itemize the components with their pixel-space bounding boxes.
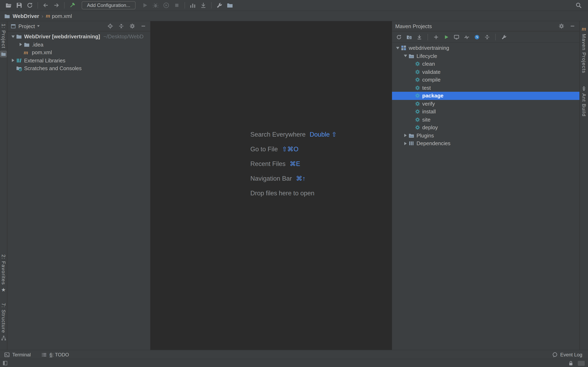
star-icon: ★ [1, 287, 6, 292]
analyze-button-1[interactable] [187, 1, 198, 10]
goal-gear-icon [415, 77, 420, 83]
build-hammer-icon [69, 2, 76, 8]
forward-button[interactable] [51, 1, 62, 10]
back-button[interactable] [40, 1, 51, 10]
breadcrumb-project[interactable]: WebDriver [13, 13, 39, 19]
toolbar-separator [38, 2, 38, 8]
expand-toggle[interactable] [17, 43, 24, 46]
maven-profiles-icon[interactable] [464, 34, 470, 40]
tree-row-plugins[interactable]: Plugins [392, 132, 579, 140]
synchronize-button[interactable] [25, 1, 35, 10]
tool-button-favorites[interactable]: 2: Favorites ★ [1, 255, 6, 292]
project-settings-button[interactable] [214, 1, 225, 10]
lock-icon[interactable] [568, 360, 574, 366]
tool-button-project[interactable]: 1: Project [0, 24, 7, 57]
project-tool-icon-wrap [0, 50, 7, 57]
hint-shortcut: ⌘↑ [296, 175, 306, 182]
run-maven-build-icon[interactable] [443, 34, 449, 40]
toolbar-separator [185, 2, 185, 8]
build-project-button[interactable] [67, 1, 78, 10]
expand-toggle[interactable] [402, 55, 408, 57]
collapse-all-icon[interactable] [484, 34, 490, 40]
hint-label: Recent Files [250, 160, 285, 167]
tree-row-webdriver[interactable]: WebDriver [webdrivertraining] ~/Desktop/… [7, 33, 150, 41]
expand-toggle[interactable] [10, 35, 16, 38]
run-button[interactable] [140, 1, 150, 10]
expand-toggle[interactable] [402, 134, 408, 137]
reimport-maven-icon[interactable] [396, 34, 402, 40]
download-sources-icon[interactable] [416, 34, 422, 40]
project-panel-title[interactable]: Project [18, 23, 35, 29]
hint-label: Drop files here to open [250, 190, 314, 197]
tree-row-external-libraries[interactable]: External Libraries [7, 57, 150, 64]
tool-button-terminal[interactable]: Terminal [4, 352, 31, 358]
hint-label: Navigation Bar [250, 175, 292, 182]
tree-row-goal-verify[interactable]: verify [392, 100, 579, 108]
settings-gear-icon[interactable] [559, 23, 564, 29]
project-view-icon [11, 24, 16, 29]
tool-button-event-log[interactable]: Event Log [552, 352, 582, 358]
project-tree: WebDriver [webdrivertraining] ~/Desktop/… [7, 31, 150, 72]
tree-row-label: package [422, 93, 443, 99]
goal-gear-icon [415, 69, 420, 75]
run-configurations-button[interactable]: Add Configuration... [82, 1, 136, 9]
project-tool-window: Project WebDriver [webdrivertraining] ~/… [7, 21, 151, 350]
analyze-button-2[interactable] [198, 1, 209, 10]
add-maven-project-icon[interactable] [433, 34, 439, 40]
libraries-icon [16, 58, 22, 64]
tree-row-goal-clean[interactable]: clean [392, 60, 579, 68]
hide-panel-icon[interactable] [570, 23, 575, 29]
folder-icon [16, 34, 22, 40]
generate-sources-icon[interactable] [406, 34, 412, 40]
tree-row-goal-site[interactable]: site [392, 116, 579, 124]
tool-button-ant-build[interactable]: Ant Build [581, 85, 587, 117]
hint-shortcut: Double ⇧ [310, 131, 337, 138]
tree-row-goal-test[interactable]: test [392, 84, 579, 92]
hint-drop-files: Drop files here to open [250, 186, 337, 201]
open-button[interactable] [3, 1, 14, 10]
tree-row-pom[interactable]: m pom.xml [7, 49, 150, 57]
save-all-button[interactable] [14, 1, 25, 10]
debug-bug-icon [152, 2, 159, 8]
expand-toggle[interactable] [10, 59, 16, 62]
maven-settings-icon[interactable] [501, 34, 507, 40]
tree-row-path: ~/Desktop/WebD [103, 34, 144, 40]
tree-row-goal-compile[interactable]: compile [392, 76, 579, 84]
toggle-offline-icon[interactable] [474, 34, 480, 40]
tool-button-todo[interactable]: 6: TODO [42, 352, 69, 358]
collapsed-arrow-icon [12, 59, 14, 62]
hide-panel-icon[interactable] [140, 23, 146, 29]
tree-row-maven-root[interactable]: webdrivertraining [392, 44, 579, 52]
tool-button-maven-projects[interactable]: m Maven Projects [581, 26, 587, 73]
tree-row-goal-package[interactable]: package [392, 92, 579, 100]
lifecycle-folder-icon [408, 53, 415, 59]
toolbar-separator [211, 2, 212, 8]
debug-button[interactable] [150, 1, 161, 10]
tree-row-goal-install[interactable]: install [392, 108, 579, 116]
breadcrumb-file[interactable]: pom.xml [52, 13, 72, 19]
expand-toggle[interactable] [402, 142, 408, 145]
maven-project-icon [401, 45, 407, 51]
tree-row-lifecycle[interactable]: Lifecycle [392, 52, 579, 60]
tool-button-structure[interactable]: 7: Structure [1, 303, 6, 341]
expand-toggle[interactable] [394, 47, 401, 49]
run-with-coverage-button[interactable] [161, 1, 172, 10]
settings-gear-icon[interactable] [130, 23, 135, 29]
execute-maven-goal-icon[interactable] [454, 34, 459, 40]
tree-row-label: Plugins [416, 133, 434, 139]
plugins-folder-icon [408, 133, 415, 139]
tree-row-goal-validate[interactable]: validate [392, 68, 579, 76]
sync-icon [26, 2, 33, 8]
tree-row-idea[interactable]: .idea [7, 41, 150, 49]
tree-row-goal-deploy[interactable]: deploy [392, 124, 579, 132]
locate-file-icon[interactable] [107, 23, 113, 29]
tree-row-dependencies[interactable]: Dependencies [392, 140, 579, 147]
search-everywhere-button[interactable] [573, 1, 584, 10]
stop-button[interactable] [172, 1, 182, 10]
inspection-indicator[interactable] [578, 361, 585, 366]
project-structure-button[interactable] [225, 1, 235, 10]
collapse-all-icon[interactable] [118, 23, 124, 29]
maven-icon: m [46, 13, 50, 19]
tree-row-scratches[interactable]: Scratches and Consoles [7, 64, 150, 72]
tool-window-switcher-icon[interactable] [2, 360, 8, 366]
